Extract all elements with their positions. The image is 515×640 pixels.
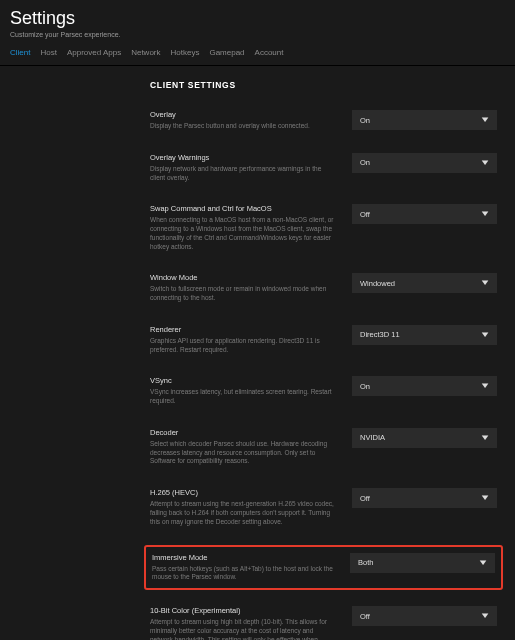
chevron-down-icon: ▼ <box>479 279 490 287</box>
setting-control: Both▼ <box>350 553 495 583</box>
setting-hevc: H.265 (HEVC)Attempt to stream using the … <box>150 486 497 528</box>
setting-control: Direct3D 11▼ <box>352 325 497 355</box>
setting-description: Graphics API used for application render… <box>150 337 336 355</box>
setting-immersive: Immersive ModePass certain hotkeys (such… <box>144 545 503 591</box>
setting-renderer: RendererGraphics API used for applicatio… <box>150 323 497 357</box>
select-value: Both <box>358 558 373 567</box>
chevron-down-icon: ▼ <box>479 331 490 339</box>
window_mode-select[interactable]: Windowed▼ <box>352 273 497 293</box>
setting-info: H.265 (HEVC)Attempt to stream using the … <box>150 488 336 526</box>
setting-title: Renderer <box>150 325 336 334</box>
setting-title: Window Mode <box>150 273 336 282</box>
setting-description: Display the Parsec button and overlay wh… <box>150 122 336 131</box>
setting-control: On▼ <box>352 376 497 406</box>
setting-overlay: OverlayDisplay the Parsec button and ove… <box>150 108 497 133</box>
setting-control: NVIDIA▼ <box>352 428 497 466</box>
setting-info: DecoderSelect which decoder Parsec shoul… <box>150 428 336 466</box>
chevron-down-icon: ▼ <box>479 612 490 620</box>
chevron-down-icon: ▼ <box>479 210 490 218</box>
setting-title: Swap Command and Ctrl for MacOS <box>150 204 336 213</box>
chevron-down-icon: ▼ <box>479 159 490 167</box>
setting-info: RendererGraphics API used for applicatio… <box>150 325 336 355</box>
setting-info: Immersive ModePass certain hotkeys (such… <box>152 553 334 583</box>
chevron-down-icon: ▼ <box>479 434 490 442</box>
select-value: Off <box>360 612 370 621</box>
setting-control: On▼ <box>352 153 497 183</box>
tab-approved-apps[interactable]: Approved Apps <box>67 48 121 61</box>
tab-network[interactable]: Network <box>131 48 160 61</box>
swap_cmd_ctrl-select[interactable]: Off▼ <box>352 204 497 224</box>
tab-host[interactable]: Host <box>40 48 56 61</box>
setting-description: When connecting to a MacOS host from a n… <box>150 216 336 251</box>
page-subtitle: Customize your Parsec experience. <box>10 31 505 38</box>
setting-title: VSync <box>150 376 336 385</box>
setting-info: Window ModeSwitch to fullscreen mode or … <box>150 273 336 303</box>
setting-control: Off▼ <box>352 204 497 251</box>
settings-header: Settings Customize your Parsec experienc… <box>0 0 515 42</box>
tab-gamepad[interactable]: Gamepad <box>209 48 244 61</box>
setting-info: OverlayDisplay the Parsec button and ove… <box>150 110 336 131</box>
setting-control: Windowed▼ <box>352 273 497 303</box>
setting-control: On▼ <box>352 110 497 131</box>
chevron-down-icon: ▼ <box>477 559 488 567</box>
setting-control: Off▼ <box>352 488 497 526</box>
setting-description: Pass certain hotkeys (such as Alt+Tab) t… <box>152 565 334 583</box>
setting-title: H.265 (HEVC) <box>150 488 336 497</box>
setting-info: VSyncVSync increases latency, but elimin… <box>150 376 336 406</box>
setting-title: 10-Bit Color (Experimental) <box>150 606 336 615</box>
setting-window_mode: Window ModeSwitch to fullscreen mode or … <box>150 271 497 305</box>
section-title: CLIENT SETTINGS <box>150 80 497 90</box>
hevc-select[interactable]: Off▼ <box>352 488 497 508</box>
setting-info: 10-Bit Color (Experimental)Attempt to st… <box>150 606 336 640</box>
setting-info: Swap Command and Ctrl for MacOSWhen conn… <box>150 204 336 251</box>
select-value: NVIDIA <box>360 433 385 442</box>
setting-title: Overlay Warnings <box>150 153 336 162</box>
select-value: Windowed <box>360 279 395 288</box>
setting-description: Attempt to stream using high bit depth (… <box>150 618 336 640</box>
setting-info: Overlay WarningsDisplay network and hard… <box>150 153 336 183</box>
select-value: On <box>360 116 370 125</box>
nav-tabs: ClientHostApproved AppsNetworkHotkeysGam… <box>0 42 515 66</box>
setting-title: Immersive Mode <box>152 553 334 562</box>
chevron-down-icon: ▼ <box>479 382 490 390</box>
setting-description: Select which decoder Parsec should use. … <box>150 440 336 466</box>
setting-swap_cmd_ctrl: Swap Command and Ctrl for MacOSWhen conn… <box>150 202 497 253</box>
setting-description: Switch to fullscreen mode or remain in w… <box>150 285 336 303</box>
ten_bit-select[interactable]: Off▼ <box>352 606 497 626</box>
setting-overlay_warnings: Overlay WarningsDisplay network and hard… <box>150 151 497 185</box>
client-settings-panel: CLIENT SETTINGS OverlayDisplay the Parse… <box>0 66 515 640</box>
tab-hotkeys[interactable]: Hotkeys <box>171 48 200 61</box>
setting-description: Attempt to stream using the next-generat… <box>150 500 336 526</box>
chevron-down-icon: ▼ <box>479 116 490 124</box>
tab-client[interactable]: Client <box>10 48 30 61</box>
vsync-select[interactable]: On▼ <box>352 376 497 396</box>
select-value: Off <box>360 494 370 503</box>
setting-description: Display network and hardware performance… <box>150 165 336 183</box>
setting-decoder: DecoderSelect which decoder Parsec shoul… <box>150 426 497 468</box>
chevron-down-icon: ▼ <box>479 494 490 502</box>
renderer-select[interactable]: Direct3D 11▼ <box>352 325 497 345</box>
overlay-select[interactable]: On▼ <box>352 110 497 130</box>
select-value: Off <box>360 210 370 219</box>
select-value: On <box>360 158 370 167</box>
setting-ten_bit: 10-Bit Color (Experimental)Attempt to st… <box>150 604 497 640</box>
page-title: Settings <box>10 8 505 29</box>
setting-vsync: VSyncVSync increases latency, but elimin… <box>150 374 497 408</box>
select-value: On <box>360 382 370 391</box>
immersive-select[interactable]: Both▼ <box>350 553 495 573</box>
decoder-select[interactable]: NVIDIA▼ <box>352 428 497 448</box>
setting-title: Overlay <box>150 110 336 119</box>
overlay_warnings-select[interactable]: On▼ <box>352 153 497 173</box>
select-value: Direct3D 11 <box>360 330 400 339</box>
setting-control: Off▼ <box>352 606 497 640</box>
tab-account[interactable]: Account <box>255 48 284 61</box>
setting-description: VSync increases latency, but eliminates … <box>150 388 336 406</box>
setting-title: Decoder <box>150 428 336 437</box>
